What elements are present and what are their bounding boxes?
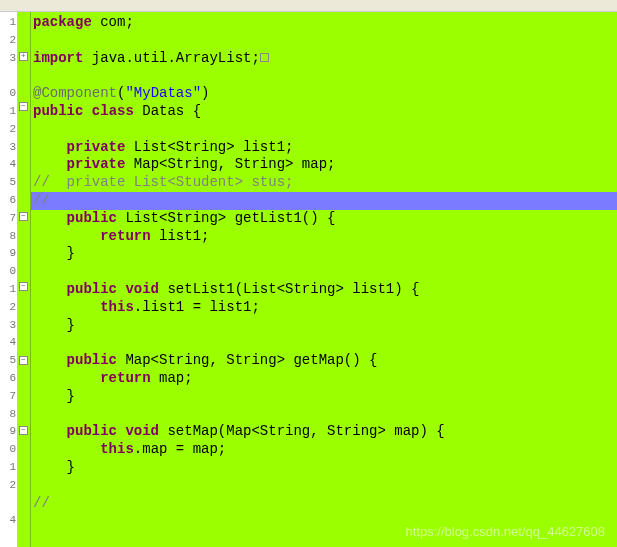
code-line[interactable]: public void setList1(List<String> list1)…: [31, 281, 617, 299]
line-number: 3: [0, 139, 16, 157]
fold-expand-icon[interactable]: +: [19, 52, 28, 61]
line-number: 1: [0, 14, 16, 32]
code-line[interactable]: this.list1 = list1;: [31, 299, 617, 317]
fold-collapse-icon[interactable]: −: [19, 102, 28, 111]
line-number: 6: [0, 370, 16, 388]
fold-collapse-icon[interactable]: −: [19, 356, 28, 365]
code-line[interactable]: [31, 67, 617, 85]
code-line[interactable]: [31, 406, 617, 424]
line-number: 2: [0, 32, 16, 50]
code-line[interactable]: [31, 477, 617, 495]
code-line[interactable]: public class Datas {: [31, 103, 617, 121]
line-number: 4: [0, 156, 16, 174]
line-number: 4: [0, 512, 16, 530]
line-number: 5: [0, 174, 16, 192]
code-line[interactable]: // private List<Student> stus;: [31, 174, 617, 192]
code-line[interactable]: return map;: [31, 370, 617, 388]
code-line[interactable]: private List<String> list1;: [31, 139, 617, 157]
line-number: 9: [0, 423, 16, 441]
code-line[interactable]: import java.util.ArrayList;: [31, 50, 617, 68]
line-number: 2: [0, 299, 16, 317]
line-number: 9: [0, 245, 16, 263]
fold-collapse-icon[interactable]: −: [19, 212, 28, 221]
line-number: 7: [0, 388, 16, 406]
line-number: 2: [0, 121, 16, 139]
line-number: 1: [0, 459, 16, 477]
code-line[interactable]: [31, 263, 617, 281]
line-number: 2: [0, 477, 16, 495]
code-editor[interactable]: 1 2 3 0 1 2 3 4 5 6 7 8 9 0 1 2 3 4 5 6 …: [0, 12, 617, 547]
code-line[interactable]: this.map = map;: [31, 441, 617, 459]
code-line[interactable]: private Map<String, String> map;: [31, 156, 617, 174]
code-line[interactable]: public List<String> getList1() {: [31, 210, 617, 228]
code-line[interactable]: public Map<String, String> getMap() {: [31, 352, 617, 370]
editor-tabbar: [0, 0, 617, 12]
code-line[interactable]: [31, 334, 617, 352]
line-number: 8: [0, 406, 16, 424]
code-area[interactable]: package com; import java.util.ArrayList;…: [31, 12, 617, 547]
line-number-gutter: 1 2 3 0 1 2 3 4 5 6 7 8 9 0 1 2 3 4 5 6 …: [0, 12, 17, 547]
line-number: 0: [0, 85, 16, 103]
line-number: 1: [0, 103, 16, 121]
line-number: 4: [0, 334, 16, 352]
code-line[interactable]: @Component("MyDatas"): [31, 85, 617, 103]
line-number: 0: [0, 263, 16, 281]
line-number: 1: [0, 281, 16, 299]
code-line[interactable]: }: [31, 245, 617, 263]
line-number: [0, 495, 16, 513]
code-line[interactable]: return list1;: [31, 228, 617, 246]
line-number: 3: [0, 317, 16, 335]
line-number: 7: [0, 210, 16, 228]
line-number: 3: [0, 50, 16, 68]
line-number: 0: [0, 441, 16, 459]
code-line[interactable]: //: [31, 495, 617, 513]
code-line[interactable]: }: [31, 459, 617, 477]
fold-collapse-icon[interactable]: −: [19, 282, 28, 291]
code-line[interactable]: [31, 32, 617, 50]
line-number: 5: [0, 352, 16, 370]
code-line[interactable]: }: [31, 317, 617, 335]
code-line[interactable]: public void setMap(Map<String, String> m…: [31, 423, 617, 441]
code-line[interactable]: }: [31, 388, 617, 406]
code-line-current[interactable]: //: [31, 192, 617, 210]
fold-gutter: + − − − − −: [17, 12, 31, 547]
line-number: 8: [0, 228, 16, 246]
code-line[interactable]: [31, 121, 617, 139]
folded-import-icon[interactable]: [260, 53, 269, 62]
line-number: 6: [0, 192, 16, 210]
fold-collapse-icon[interactable]: −: [19, 426, 28, 435]
code-line[interactable]: package com;: [31, 14, 617, 32]
line-number: [0, 67, 16, 85]
